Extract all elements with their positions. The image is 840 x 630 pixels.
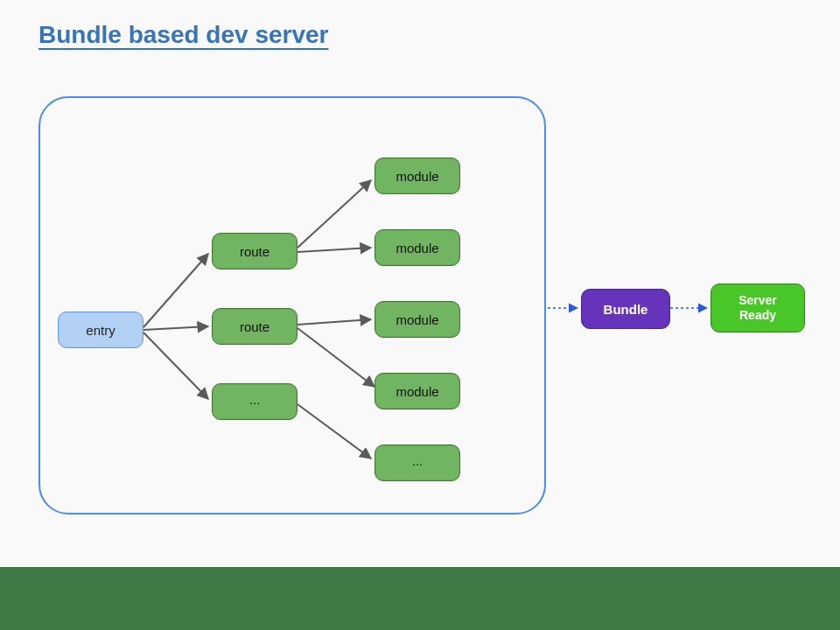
node-module-3: module bbox=[374, 301, 460, 338]
node-entry: entry bbox=[58, 312, 144, 348]
node-route-ellipsis: ··· bbox=[212, 383, 298, 420]
bundle-frame bbox=[38, 96, 546, 514]
node-route-1: route bbox=[212, 233, 298, 270]
node-route-2: route bbox=[212, 308, 298, 345]
node-bundle: Bundle bbox=[581, 289, 670, 329]
diagram-title: Bundle based dev server bbox=[38, 21, 328, 49]
node-module-1: module bbox=[374, 158, 460, 194]
footer-band bbox=[0, 567, 840, 630]
node-module-4: module bbox=[374, 373, 460, 410]
node-module-ellipsis: ··· bbox=[374, 444, 460, 481]
node-module-2: module bbox=[374, 229, 460, 266]
node-server-ready: Server Ready bbox=[710, 284, 805, 332]
